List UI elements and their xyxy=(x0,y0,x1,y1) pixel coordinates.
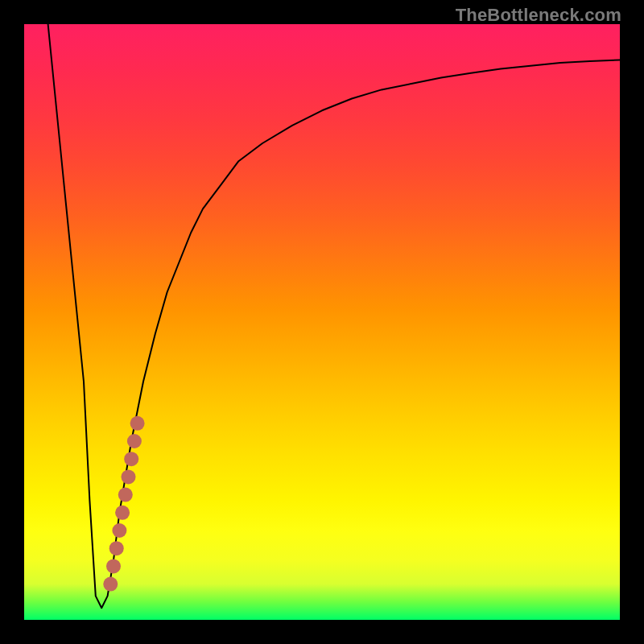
highlight-dot xyxy=(103,577,118,592)
highlight-segment xyxy=(103,416,144,592)
chart-svg xyxy=(24,24,620,620)
highlight-dot xyxy=(130,416,145,431)
highlight-dot xyxy=(118,488,133,502)
bottleneck-curve xyxy=(48,24,620,608)
highlight-dot xyxy=(112,523,126,538)
highlight-dot xyxy=(124,452,138,466)
highlight-dot xyxy=(115,506,130,520)
highlight-dot xyxy=(109,541,124,555)
chart-frame: TheBottleneck.com xyxy=(0,0,644,644)
plot-area xyxy=(24,24,620,620)
highlight-dot xyxy=(106,559,121,573)
watermark-text: TheBottleneck.com xyxy=(456,5,621,26)
highlight-dot xyxy=(127,434,142,448)
highlight-dot xyxy=(122,469,136,484)
